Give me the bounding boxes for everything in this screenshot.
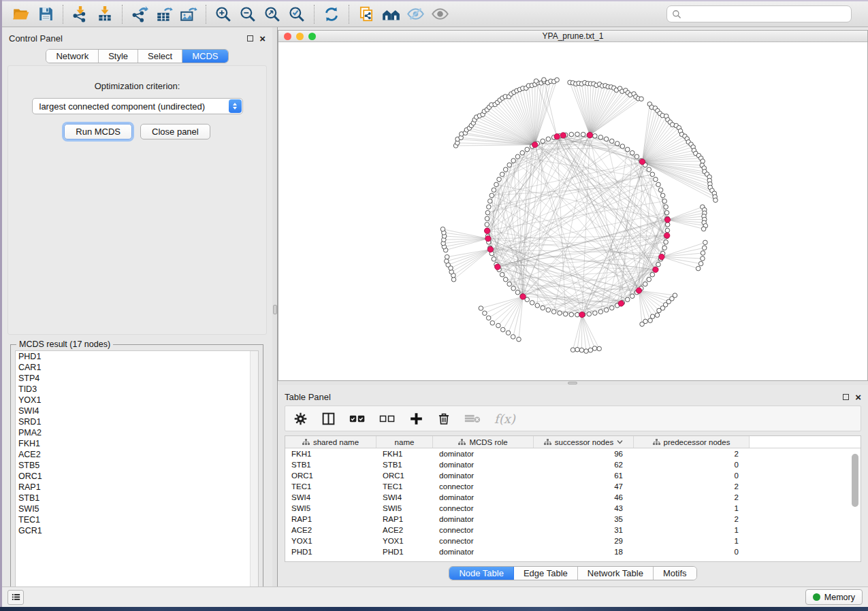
mcds-result-item[interactable]: PMA2 — [16, 427, 258, 438]
table-row[interactable]: SWI4SWI4dominator462 — [285, 492, 861, 503]
mcds-result-item[interactable]: STB5 — [16, 460, 258, 471]
close-panel-icon[interactable]: × — [259, 35, 266, 42]
delete-icon[interactable] — [437, 412, 451, 426]
tab-network[interactable]: Network — [46, 50, 99, 63]
network-search-box[interactable] — [666, 5, 852, 22]
mcds-result-item[interactable]: STB1 — [16, 493, 258, 503]
column-header-mcds-role[interactable]: MCDS role — [433, 436, 534, 448]
tab-edge-table[interactable]: Edge Table — [514, 567, 578, 580]
table-row[interactable]: FKH1FKH1dominator962 — [285, 448, 861, 459]
add-icon[interactable] — [409, 412, 423, 426]
splitter-handle[interactable] — [273, 305, 277, 314]
column-label: successor nodes — [555, 438, 613, 446]
mcds-result-item[interactable]: CAR1 — [16, 362, 258, 373]
table-cell: FKH1 — [285, 448, 376, 459]
vertical-splitter[interactable] — [272, 27, 278, 587]
mcds-result-item[interactable]: PHD1 — [16, 351, 258, 362]
float-panel-icon[interactable] — [843, 394, 849, 400]
hide-selected-button[interactable] — [403, 3, 428, 25]
table-row[interactable]: SWI5SWI5connector431 — [285, 503, 861, 514]
refresh-view-button[interactable] — [319, 3, 344, 25]
table-row[interactable]: YOX1YOX1connector291 — [285, 535, 861, 546]
scrollbar-thumb[interactable] — [852, 454, 858, 507]
table-row[interactable]: RAP1RAP1dominator352 — [285, 514, 861, 525]
table-cell: PHD1 — [285, 546, 376, 557]
zoom-out-button[interactable] — [236, 3, 260, 25]
table-cell: 31 — [534, 525, 634, 535]
table-row[interactable]: PHD1PHD1dominator180 — [285, 546, 861, 557]
table-scrollbar[interactable] — [852, 451, 858, 559]
open-file-button[interactable] — [9, 3, 33, 25]
import-table-button[interactable] — [93, 3, 117, 25]
mcds-result-item[interactable]: TID3 — [16, 384, 258, 395]
column-label: predecessor nodes — [664, 438, 730, 446]
mcds-result-item[interactable]: SRD1 — [16, 416, 258, 427]
zoom-fit-button[interactable] — [260, 3, 285, 25]
save-session-button[interactable] — [33, 3, 58, 25]
column-header-name[interactable]: name — [376, 436, 433, 448]
criterion-dropdown[interactable]: largest connected component (undirected) — [32, 98, 243, 114]
tab-style[interactable]: Style — [99, 50, 138, 63]
zoom-in-button[interactable] — [211, 3, 236, 25]
export-table-button[interactable] — [152, 3, 176, 25]
column-header-predecessor-nodes[interactable]: predecessor nodes — [634, 436, 750, 448]
toolbar-separator — [206, 5, 206, 24]
criterion-selected-value: largest connected component (undirected) — [39, 101, 206, 112]
tab-select[interactable]: Select — [138, 50, 182, 63]
table-row[interactable]: ORC1ORC1dominator610 — [285, 470, 861, 481]
tab-mcds[interactable]: MCDS — [182, 50, 227, 63]
eye-icon — [431, 5, 449, 23]
import-network-button[interactable] — [68, 3, 93, 25]
table-row[interactable]: STB1STB1dominator620 — [285, 459, 861, 470]
export-network-button[interactable] — [127, 3, 152, 25]
mcds-result-list[interactable]: PHD1CAR1STP4TID3YOX1SWI4SRD1PMA2FKH1ACE2… — [15, 350, 259, 593]
first-neighbors-button[interactable] — [379, 3, 403, 25]
tab-node-table[interactable]: Node Table — [449, 567, 514, 580]
select-all-icon[interactable] — [349, 412, 366, 425]
mcds-result-item[interactable]: FKH1 — [16, 438, 258, 449]
deselect-all-icon[interactable] — [379, 412, 396, 425]
memory-button[interactable]: Memory — [805, 589, 863, 605]
table-row[interactable]: ACE2ACE2connector311 — [285, 525, 861, 535]
function-builder-icon[interactable]: f(x) — [494, 412, 515, 426]
close-panel-button[interactable]: Close panel — [140, 124, 210, 139]
mcds-result-item[interactable]: RAP1 — [16, 482, 258, 493]
column-header-successor-nodes[interactable]: successor nodes — [534, 436, 634, 448]
network-graph-canvas[interactable] — [278, 42, 867, 380]
zoom-selected-button[interactable] — [285, 3, 309, 25]
close-panel-icon[interactable]: × — [855, 394, 861, 400]
clear-table-icon[interactable] — [464, 412, 481, 425]
table-row[interactable]: TEC1TEC1connector472 — [285, 481, 861, 492]
memory-status-icon — [813, 593, 820, 601]
show-panels-button[interactable] — [7, 590, 24, 605]
column-header-shared-name[interactable]: shared name — [285, 436, 376, 448]
clone-network-button[interactable] — [354, 3, 379, 25]
mcds-result-item[interactable]: ORC1 — [16, 471, 258, 482]
show-all-button[interactable] — [428, 3, 452, 25]
mcds-result-item[interactable]: SWI4 — [16, 406, 258, 416]
memory-label: Memory — [824, 593, 855, 602]
table-body: FKH1FKH1dominator962STB1STB1dominator620… — [285, 448, 861, 557]
table-cell: TEC1 — [285, 481, 376, 492]
network-titlebar[interactable]: YPA_prune.txt_1 — [278, 31, 867, 42]
run-mcds-button[interactable]: Run MCDS — [64, 124, 132, 139]
export-image-icon — [180, 5, 197, 23]
export-image-button[interactable] — [176, 3, 201, 25]
mcds-result-item[interactable]: YOX1 — [16, 395, 258, 406]
splitter-handle[interactable] — [568, 382, 577, 384]
toolbar-separator — [349, 5, 349, 24]
tab-motifs[interactable]: Motifs — [654, 567, 696, 580]
mcds-result-item[interactable]: GCR1 — [16, 525, 258, 536]
clone-network-icon — [357, 5, 375, 23]
table-settings-icon[interactable] — [293, 412, 308, 426]
show-hide-columns-icon[interactable] — [321, 412, 336, 426]
mcds-result-item[interactable]: ACE2 — [16, 449, 258, 460]
mcds-result-item[interactable]: TEC1 — [16, 514, 258, 525]
mcds-result-item[interactable]: SWI5 — [16, 503, 258, 514]
tab-network-table[interactable]: Network Table — [578, 567, 654, 580]
eye-slash-icon — [406, 5, 425, 23]
mcds-result-item[interactable]: STP4 — [16, 373, 258, 384]
float-panel-icon[interactable] — [247, 35, 253, 42]
result-list-scrollbar[interactable] — [250, 351, 258, 592]
search-input[interactable] — [685, 10, 846, 19]
